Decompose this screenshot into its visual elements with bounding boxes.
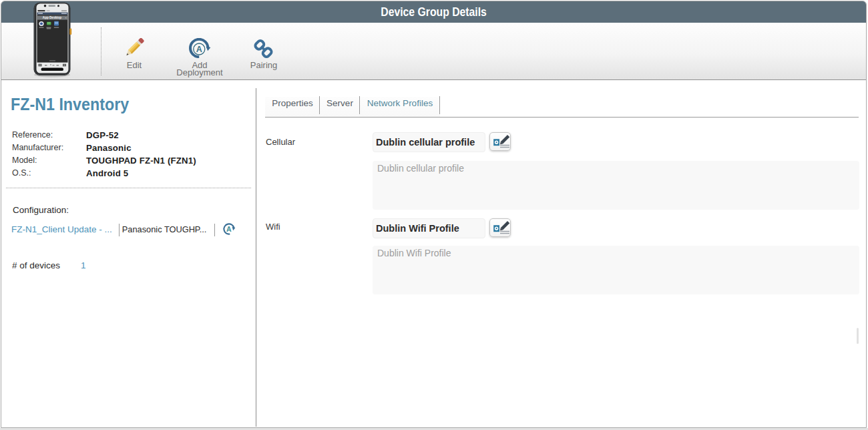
svg-text:A: A <box>196 45 202 54</box>
svg-text:×: × <box>65 16 67 19</box>
svg-text:App Desktop: App Desktop <box>43 16 62 19</box>
svg-text:A: A <box>227 225 232 233</box>
